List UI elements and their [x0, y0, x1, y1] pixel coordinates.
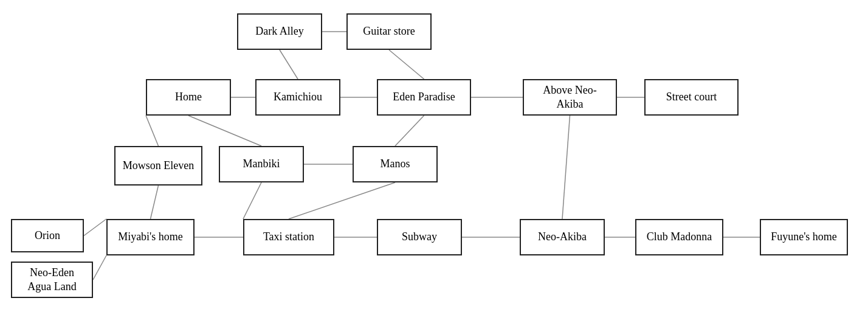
node-neo-akiba: Neo-Akiba	[520, 219, 605, 255]
svg-line-1	[280, 50, 298, 79]
svg-line-12	[151, 186, 159, 219]
svg-line-14	[289, 182, 395, 219]
svg-line-2	[389, 50, 424, 79]
svg-line-8	[188, 116, 261, 146]
svg-line-15	[84, 219, 106, 236]
node-orion: Orion	[11, 219, 84, 252]
svg-line-7	[146, 116, 159, 146]
node-manbiki: Manbiki	[219, 146, 304, 182]
node-miyabis-home: Miyabi's home	[106, 219, 195, 255]
node-fuyunes-home: Fuyune's home	[760, 219, 848, 255]
svg-line-9	[395, 116, 424, 146]
node-club-madonna: Club Madonna	[635, 219, 723, 255]
svg-line-16	[93, 255, 106, 280]
node-neo-eden: Neo-Eden Agua Land	[11, 262, 93, 298]
node-street-court: Street court	[644, 79, 739, 116]
node-dark-alley: Dark Alley	[237, 13, 322, 50]
node-guitar-store: Guitar store	[346, 13, 432, 50]
node-mowson-eleven: Mowson Eleven	[114, 146, 202, 186]
node-above-neo-akiba: Above Neo-Akiba	[523, 79, 617, 116]
svg-line-13	[243, 182, 261, 219]
node-manos: Manos	[353, 146, 438, 182]
node-subway: Subway	[377, 219, 462, 255]
node-home: Home	[146, 79, 231, 116]
node-taxi-station: Taxi station	[243, 219, 334, 255]
node-eden-paradise: Eden Paradise	[377, 79, 471, 116]
svg-line-11	[562, 116, 570, 219]
node-kamichiou: Kamichiou	[255, 79, 340, 116]
